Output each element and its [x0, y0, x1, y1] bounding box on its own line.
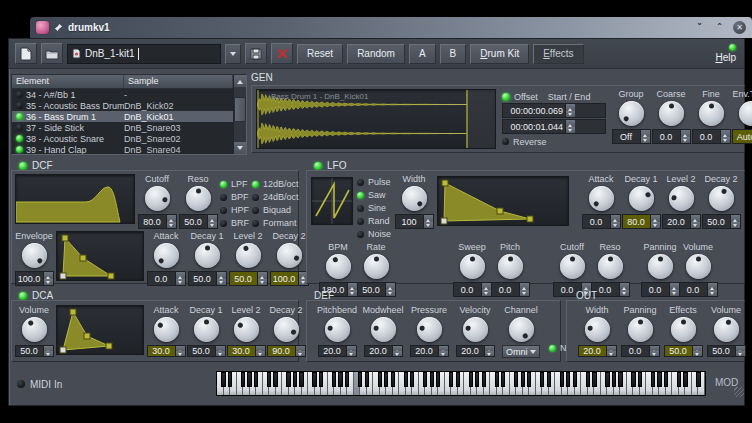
lfo-decay1-spinbox[interactable]: 80.0 — [622, 214, 661, 229]
velocity-knob[interactable] — [463, 317, 488, 342]
piano-key-black[interactable] — [527, 372, 531, 387]
piano-key-black[interactable] — [638, 372, 642, 387]
offset-end-spinbox[interactable]: 00:00:01.044 — [502, 119, 606, 134]
dca-level2-knob[interactable] — [234, 317, 259, 342]
a-button[interactable]: A — [409, 44, 436, 64]
preset-combobox[interactable]: DnB_1-kit1 — [67, 44, 221, 64]
radio-rand[interactable]: Rand — [357, 215, 391, 227]
pitchbend-knob[interactable] — [325, 317, 350, 342]
lfo-volume-spinbox[interactable]: 0.0 — [679, 282, 718, 297]
piano-key-black[interactable] — [378, 372, 382, 387]
lfo-attack-knob[interactable] — [589, 186, 614, 211]
fine-knob[interactable] — [699, 101, 724, 126]
group-knob[interactable] — [619, 101, 644, 126]
list-item[interactable]: 34 - A#/Bb 1 - — [12, 89, 233, 100]
offset-led[interactable] — [502, 93, 510, 101]
out-effects-knob[interactable] — [671, 317, 696, 342]
lfo-rate-spinbox[interactable]: 50.0 — [357, 282, 396, 297]
fine-spinbox[interactable]: 0.0 — [692, 129, 731, 144]
out-panning-knob[interactable] — [628, 317, 653, 342]
radio-pulse[interactable]: Pulse — [357, 176, 391, 188]
piano-key-black[interactable] — [586, 372, 590, 387]
piano-key-black[interactable] — [436, 372, 440, 387]
preset-dropdown-button[interactable] — [225, 44, 241, 64]
lfo-reso-knob[interactable] — [598, 254, 623, 279]
piano-key-black[interactable] — [573, 372, 577, 387]
scroll-down-icon[interactable] — [234, 142, 246, 154]
radio-formant[interactable]: Formant — [252, 217, 299, 229]
piano-key-black[interactable] — [469, 372, 473, 387]
radio-bpf[interactable]: BPF — [220, 191, 249, 203]
piano-key-black[interactable] — [482, 372, 486, 387]
radio-lpf[interactable]: LPF — [220, 178, 249, 190]
out-width-knob[interactable] — [585, 317, 610, 342]
titlebar[interactable]: drumkv1 ˇ ˆ ✕ — [30, 17, 752, 38]
pressure-knob[interactable] — [417, 317, 442, 342]
piano-key-black[interactable] — [430, 372, 434, 387]
modwheel-knob[interactable] — [371, 317, 396, 342]
lfo-panning-spinbox[interactable]: 0.0 — [641, 282, 680, 297]
reverse-led[interactable] — [502, 138, 509, 145]
dcf-level2-spinbox[interactable]: 50.0 — [229, 271, 268, 286]
list-item[interactable]: 37 - Side Stick DnB_Snare03 — [12, 122, 233, 133]
dcf-decay1-knob[interactable] — [195, 243, 220, 268]
dcf-attack-spinbox[interactable]: 0.0 — [147, 271, 186, 286]
dcf-envelope-graph[interactable] — [56, 231, 144, 281]
scroll-thumb[interactable] — [234, 97, 246, 122]
lfo-decay2-spinbox[interactable]: 50.0 — [702, 214, 741, 229]
piano-key-black[interactable] — [345, 372, 349, 387]
out-volume-spinbox[interactable]: 50.0 — [707, 345, 746, 357]
reso-knob[interactable] — [186, 186, 211, 211]
reso-spinbox[interactable]: 50.0 — [179, 214, 218, 229]
piano-key-black[interactable] — [365, 372, 369, 387]
sample-waveform[interactable]: Bass Drum 1 - DnB_Kick01 — [256, 89, 496, 149]
piano-key-black[interactable] — [475, 372, 479, 387]
list-item[interactable]: 39 - Hand Clap DnB_Snare04 — [12, 144, 233, 154]
piano-key-black[interactable] — [286, 372, 290, 387]
list-item[interactable]: 38 - Acoustic Snare DnB_Snare02 — [12, 133, 233, 144]
out-effects-spinbox[interactable]: 50.0 — [664, 345, 703, 357]
dcf-level2-knob[interactable] — [236, 243, 261, 268]
dca-decay1-knob[interactable] — [194, 317, 219, 342]
piano-key-black[interactable] — [495, 372, 499, 387]
spin-buttons[interactable] — [565, 120, 575, 133]
close-icon[interactable]: ✕ — [733, 21, 746, 34]
group-spinbox[interactable]: Off — [612, 129, 651, 144]
help-link[interactable]: Help — [715, 52, 736, 63]
piano-key-black[interactable] — [449, 372, 453, 387]
piano-key-black[interactable] — [410, 372, 414, 387]
piano-key-black[interactable] — [612, 372, 616, 387]
lfo-volume-knob[interactable] — [686, 254, 711, 279]
dca-decay2-knob[interactable] — [274, 317, 299, 342]
piano-key-black[interactable] — [267, 372, 271, 387]
out-panning-spinbox[interactable]: 0.0 — [621, 345, 660, 357]
radio-biquad[interactable]: Biquad — [252, 204, 299, 216]
piano-key-black[interactable] — [651, 372, 655, 387]
dca-volume-knob[interactable] — [22, 317, 47, 342]
lfo-bpm-knob[interactable] — [326, 254, 351, 279]
list-scrollbar[interactable] — [233, 75, 246, 154]
lfo-sweep-knob[interactable] — [460, 254, 485, 279]
dca-attack-knob[interactable] — [154, 317, 179, 342]
piano-key-black[interactable] — [312, 372, 316, 387]
lfo-level2-knob[interactable] — [669, 186, 694, 211]
coarse-spinbox[interactable]: 0.0 — [652, 129, 691, 144]
lfo-decay1-knob[interactable] — [629, 186, 654, 211]
radio-24db[interactable]: 24dB/oct — [252, 191, 299, 203]
piano-key-black[interactable] — [221, 372, 225, 387]
maximize-icon[interactable]: ˆ — [713, 21, 726, 34]
radio-noise[interactable]: Noise — [357, 228, 391, 240]
lfo-attack-spinbox[interactable]: 0.0 — [582, 214, 621, 229]
cutoff-spinbox[interactable]: 80.0 — [138, 214, 177, 229]
piano-key-black[interactable] — [696, 372, 700, 387]
spin-buttons[interactable] — [565, 104, 575, 117]
b-button[interactable]: B — [440, 44, 467, 64]
tab-effects[interactable]: Effects — [533, 44, 583, 64]
lfo-pitch-spinbox[interactable]: 0.0 — [491, 282, 530, 297]
delete-preset-button[interactable] — [271, 43, 293, 64]
out-volume-knob[interactable] — [714, 317, 739, 342]
channel-dropdown[interactable]: Omni — [502, 345, 540, 358]
piano-key-black[interactable] — [677, 372, 681, 387]
note-off-led[interactable] — [549, 345, 556, 352]
open-preset-button[interactable] — [41, 43, 63, 64]
